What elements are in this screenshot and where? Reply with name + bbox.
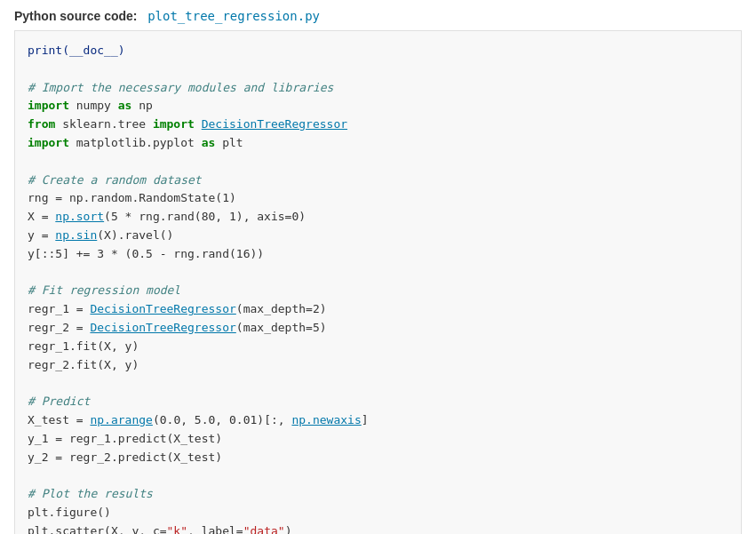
filename-link[interactable]: plot_tree_regression.py bbox=[147, 9, 320, 23]
import-link-decision-tree[interactable]: DecisionTreeRegressor bbox=[202, 117, 347, 131]
decision-tree-regressor-link-1[interactable]: DecisionTreeRegressor bbox=[90, 302, 235, 315]
np-sin-link[interactable]: np.sin bbox=[55, 228, 97, 242]
code-block: print(__doc__) # Import the necessary mo… bbox=[14, 30, 742, 534]
code-content: print(__doc__) # Import the necessary mo… bbox=[28, 42, 728, 534]
source-code-label: Python source code: bbox=[14, 9, 137, 23]
section-header: Python source code: plot_tree_regression… bbox=[14, 9, 742, 23]
np-sort-link[interactable]: np.sort bbox=[55, 210, 104, 223]
decision-tree-regressor-link-2[interactable]: DecisionTreeRegressor bbox=[90, 321, 235, 334]
np-newaxis-link[interactable]: np.newaxis bbox=[291, 413, 361, 426]
np-arange-link[interactable]: np.arange bbox=[90, 413, 152, 426]
